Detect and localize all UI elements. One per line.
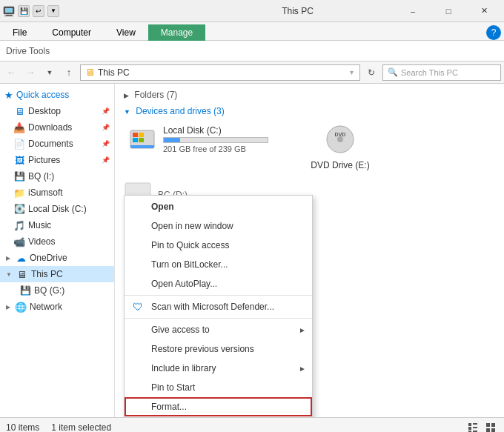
documents-icon: 📄 bbox=[13, 138, 25, 150]
ctx-label-open-new-window: Open in new window bbox=[151, 221, 233, 231]
drive-info-c: Local Disk (C:) 201 GB free of 239 GB bbox=[163, 125, 268, 153]
thispc-arrow: ▼ bbox=[6, 271, 12, 278]
svg-rect-22 bbox=[491, 423, 495, 427]
quick-access-header[interactable]: ★ Quick access bbox=[0, 87, 114, 103]
sidebar-item-videos[interactable]: 📹 Videos bbox=[0, 233, 114, 250]
svg-rect-5 bbox=[133, 133, 138, 137]
ctx-sep-1 bbox=[125, 295, 312, 296]
ctx-copy[interactable]: Copy bbox=[125, 416, 312, 417]
folders-section-header[interactable]: ▶ Folders (7) bbox=[124, 90, 495, 100]
svg-rect-9 bbox=[130, 145, 154, 148]
ctx-open-autoplay[interactable]: Open AutoPlay... bbox=[125, 274, 312, 293]
sidebar-item-thispc[interactable]: ▼ 🖥 This PC bbox=[0, 266, 114, 282]
title-bar-left: 💾 ↩ ▼ bbox=[3, 5, 199, 17]
devices-section-header[interactable]: ▼ Devices and drives (3) bbox=[124, 106, 495, 116]
search-box[interactable]: 🔍 Search This PC bbox=[382, 64, 501, 81]
sidebar-label-onedrive: OneDrive bbox=[30, 253, 110, 263]
pin-icon-desktop: 📌 bbox=[102, 107, 110, 115]
sidebar-label-isumsoft: iSumsoft bbox=[28, 187, 110, 198]
ctx-open-new-window[interactable]: Open in new window bbox=[125, 216, 312, 236]
ctx-give-access[interactable]: Give access to ► bbox=[125, 320, 312, 339]
ctx-label-autoplay: Open AutoPlay... bbox=[151, 279, 217, 289]
pictures-icon: 🖼 bbox=[13, 154, 25, 166]
drive-bar-fill-c bbox=[164, 138, 180, 142]
ctx-pin-start[interactable]: Pin to Start bbox=[125, 378, 312, 397]
tab-manage[interactable]: Manage bbox=[148, 24, 205, 41]
sidebar-item-music[interactable]: 🎵 Music bbox=[0, 217, 114, 233]
sidebar-label-desktop: Desktop bbox=[28, 106, 99, 116]
close-button[interactable]: ✕ bbox=[467, 0, 501, 22]
undo-btn[interactable]: ↩ bbox=[33, 5, 44, 17]
drives-row: Local Disk (C:) 201 GB free of 239 GB DV… bbox=[124, 121, 495, 176]
onedrive-arrow: ▶ bbox=[6, 255, 10, 262]
details-view-button[interactable] bbox=[465, 420, 480, 433]
music-icon: 🎵 bbox=[13, 219, 25, 231]
sidebar-label-downloads: Downloads bbox=[28, 122, 99, 133]
ctx-open[interactable]: Open bbox=[125, 197, 312, 216]
ctx-include-library[interactable]: Include in library ► bbox=[125, 359, 312, 378]
defender-icon: 🛡 bbox=[132, 301, 144, 313]
dropdown-btn[interactable]: ▼ bbox=[47, 5, 59, 17]
svg-rect-21 bbox=[486, 423, 490, 427]
minimize-button[interactable]: – bbox=[396, 0, 430, 22]
ctx-pin-quick-access[interactable]: Pin to Quick access bbox=[125, 236, 312, 255]
ctx-scan-defender[interactable]: 🛡 Scan with Microsoft Defender... bbox=[125, 297, 312, 316]
ctx-label-defender: Scan with Microsoft Defender... bbox=[151, 302, 274, 312]
ribbon-content: Drive Tools bbox=[0, 40, 504, 61]
sidebar-item-pictures[interactable]: 🖼 Pictures 📌 bbox=[0, 152, 114, 168]
desktop-icon: 🖥 bbox=[13, 105, 25, 117]
sidebar-item-downloads[interactable]: 📥 Downloads 📌 bbox=[0, 119, 114, 136]
ctx-label-pin-quick-access: Pin to Quick access bbox=[151, 240, 229, 250]
drive-info-dvd: DVD Drive (E:) bbox=[311, 160, 369, 172]
window-title: This PC bbox=[199, 6, 396, 16]
refresh-button[interactable]: ↻ bbox=[363, 64, 379, 81]
forward-button[interactable]: → bbox=[22, 64, 39, 81]
sidebar-label-videos: Videos bbox=[28, 236, 110, 247]
help-button[interactable]: ? bbox=[486, 25, 501, 40]
recent-locations-button[interactable]: ▼ bbox=[42, 64, 58, 81]
quick-access-label: Quick access bbox=[16, 90, 69, 100]
svg-rect-19 bbox=[468, 431, 471, 432]
drive-item-c[interactable]: Local Disk (C:) 201 GB free of 239 GB bbox=[124, 121, 272, 176]
folders-title: Folders (7) bbox=[134, 90, 177, 100]
quick-access-star-icon: ★ bbox=[4, 90, 13, 101]
svg-rect-17 bbox=[468, 427, 471, 430]
main-area: ★ Quick access 🖥 Desktop 📌 📥 Downloads 📌… bbox=[0, 84, 504, 417]
svg-point-11 bbox=[337, 136, 343, 142]
ctx-label-restore: Restore previous versions bbox=[151, 344, 254, 354]
status-bar: 10 items 1 item selected bbox=[0, 417, 504, 432]
tab-computer[interactable]: Computer bbox=[39, 24, 104, 40]
address-bar: ← → ▼ ↑ 🖥 This PC ▼ ↻ 🔍 Search This PC bbox=[0, 62, 504, 84]
tab-file[interactable]: File bbox=[0, 24, 39, 40]
address-path[interactable]: 🖥 This PC ▼ bbox=[80, 64, 360, 81]
sidebar: ★ Quick access 🖥 Desktop 📌 📥 Downloads 📌… bbox=[0, 84, 115, 417]
svg-rect-18 bbox=[473, 427, 477, 428]
large-icons-view-button[interactable] bbox=[483, 420, 498, 433]
ctx-label-bitlocker: Turn on BitLocker... bbox=[151, 259, 228, 270]
maximize-button[interactable]: □ bbox=[431, 0, 465, 22]
up-button[interactable]: ↑ bbox=[61, 64, 77, 81]
sidebar-item-isumsoft[interactable]: 📁 iSumsoft bbox=[0, 185, 114, 201]
tab-view[interactable]: View bbox=[104, 24, 148, 40]
quick-access-toolbar-btn[interactable]: 💾 bbox=[18, 5, 30, 17]
sidebar-item-bqg[interactable]: 💾 BQ (G:) bbox=[0, 282, 114, 299]
svg-rect-1 bbox=[5, 8, 13, 13]
ctx-turn-on-bitlocker[interactable]: Turn on BitLocker... bbox=[125, 255, 312, 274]
sidebar-item-localc[interactable]: 💽 Local Disk (C:) bbox=[0, 201, 114, 217]
sidebar-item-bqi[interactable]: 💾 BQ (I:) bbox=[0, 168, 114, 185]
ctx-arrow-library: ► bbox=[299, 365, 306, 373]
back-button[interactable]: ← bbox=[3, 64, 19, 81]
sidebar-label-music: Music bbox=[28, 220, 110, 230]
sidebar-label-localc: Local Disk (C:) bbox=[28, 204, 110, 214]
downloads-icon: 📥 bbox=[13, 122, 25, 133]
sidebar-item-network[interactable]: ▶ 🌐 Network bbox=[0, 299, 114, 315]
sidebar-item-onedrive[interactable]: ▶ ☁ OneDrive bbox=[0, 250, 114, 266]
ctx-label-open: Open bbox=[151, 202, 174, 212]
ctx-format[interactable]: Format... bbox=[125, 397, 312, 416]
sidebar-item-documents[interactable]: 📄 Documents 📌 bbox=[0, 136, 114, 152]
sidebar-item-desktop[interactable]: 🖥 Desktop 📌 bbox=[0, 103, 114, 119]
ctx-restore-versions[interactable]: Restore previous versions bbox=[125, 339, 312, 359]
dvd-icon: DVD bbox=[325, 124, 355, 154]
drive-item-dvd[interactable]: DVD DVD Drive (E:) bbox=[281, 121, 399, 176]
window-controls: – □ ✕ bbox=[396, 0, 501, 22]
